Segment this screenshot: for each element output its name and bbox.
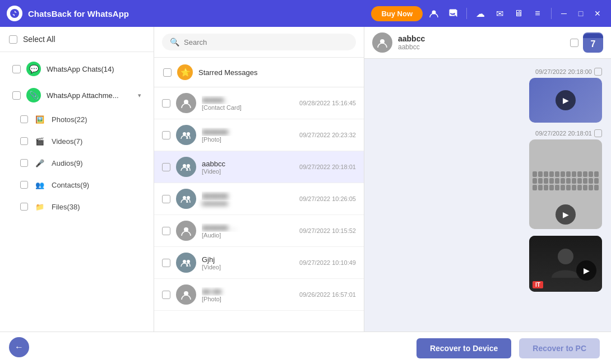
- preview-header: aabbcc aabbcc 7: [364, 27, 611, 59]
- chat-time: 09/27/2022 10:15:52: [299, 227, 356, 234]
- svg-point-3: [183, 132, 186, 136]
- chat-time: 09/26/2022 16:57:01: [299, 291, 356, 298]
- preview-checkbox[interactable]: [570, 39, 578, 47]
- files-checkbox[interactable]: [20, 203, 28, 211]
- search-icon: 🔍: [170, 38, 179, 46]
- chat-item[interactable]: ■■■■■ . [Contact Card] 09/28/2022 15:16:…: [154, 87, 364, 119]
- videos-label: Videos(7): [52, 137, 82, 146]
- chat-item-aabbcc[interactable]: aabbcc [Video] 09/27/2022 20:18:01: [154, 151, 364, 183]
- sidebar-items: 💬 WhatsApp Chats(14) 📎 WhatsApp Attachme…: [0, 52, 154, 364]
- monitor-icon[interactable]: 🖥: [511, 6, 526, 21]
- play-button-1[interactable]: ▶: [556, 90, 576, 110]
- chat-name: aabbcc: [202, 160, 294, 168]
- chat-item[interactable]: ■■■■■■ ... [Audio] 09/27/2022 10:15:52: [154, 215, 364, 247]
- select-all-checkbox[interactable]: [9, 35, 17, 44]
- media-checkbox-2[interactable]: [594, 129, 602, 137]
- timestamp-text-1: 09/27/2022 20:18:00: [535, 68, 592, 75]
- media-checkbox-1[interactable]: [594, 68, 602, 76]
- content-area: Select All 💬 WhatsApp Chats(14) 📎 WhatsA…: [0, 27, 611, 364]
- chats-checkbox[interactable]: [12, 65, 21, 73]
- cloud-icon[interactable]: ☁: [473, 6, 488, 21]
- keyboard-thumb: ▶: [529, 139, 602, 229]
- svg-point-11: [187, 260, 190, 263]
- sub-items: 🖼️ Photos(22) 🎬 Videos(7) 🎤 Audios(9): [0, 109, 154, 217]
- sidebar-item-contacts[interactable]: 👥 Contacts(9): [15, 174, 150, 195]
- chat-checkbox[interactable]: [162, 291, 170, 299]
- calendar-badge: 7: [583, 32, 603, 53]
- chat-checkbox[interactable]: [162, 227, 170, 235]
- chat-item[interactable]: ■■ ■■ [Photo] 09/26/2022 16:57:01: [154, 279, 364, 311]
- svg-point-7: [183, 196, 186, 199]
- starred-icon: ⭐: [177, 64, 193, 80]
- app-logo: [7, 6, 22, 21]
- chat-checkbox[interactable]: [162, 195, 170, 203]
- whatsapp-attachments-label: WhatsApp Attachme...: [47, 91, 119, 100]
- recover-to-device-button[interactable]: Recover to Device: [416, 338, 511, 358]
- buy-now-button[interactable]: Buy Now: [371, 6, 423, 21]
- videos-checkbox[interactable]: [20, 137, 28, 145]
- play-button-3[interactable]: ▶: [576, 260, 596, 281]
- svg-point-10: [183, 260, 186, 263]
- search-input[interactable]: [184, 38, 348, 46]
- chat-time: 09/28/2022 15:16:45: [299, 100, 356, 106]
- svg-point-14: [558, 249, 573, 264]
- media-thumb-1[interactable]: ▶: [529, 78, 602, 123]
- media-thumb-3[interactable]: IT ▶: [529, 236, 602, 292]
- preview-contact-info: aabbcc aabbcc: [398, 34, 425, 51]
- chat-name: ■■ ■■: [202, 287, 294, 296]
- minimize-button[interactable]: ─: [557, 7, 571, 20]
- whatsapp-attachments-icon: 📎: [26, 88, 41, 102]
- photos-checkbox[interactable]: [20, 115, 28, 123]
- video-thumb-blue: ▶: [529, 78, 602, 123]
- chat-time: 09/27/2022 10:26:05: [299, 195, 356, 202]
- sidebar-item-whatsapp-attachments[interactable]: 📎 WhatsApp Attachme... ▾: [3, 82, 150, 108]
- sidebar-item-photos[interactable]: 🖼️ Photos(22): [15, 109, 150, 130]
- recover-to-pc-button[interactable]: Recover to PC: [519, 338, 600, 358]
- chat-checkbox[interactable]: [162, 259, 170, 267]
- sidebar-item-whatsapp-chats[interactable]: 💬 WhatsApp Chats(14): [3, 56, 150, 82]
- chat-time: 09/27/2022 20:23:32: [299, 132, 356, 138]
- sidebar-item-audios[interactable]: 🎤 Audios(9): [15, 152, 150, 174]
- media-thumb-2[interactable]: ▶: [529, 139, 602, 229]
- close-button[interactable]: ✕: [591, 7, 604, 20]
- mail-icon[interactable]: ✉: [492, 6, 507, 21]
- sidebar-item-files[interactable]: 📁 Files(38): [15, 196, 150, 217]
- play-button-2[interactable]: ▶: [556, 204, 576, 225]
- back-button[interactable]: ←: [9, 337, 29, 357]
- avatar: [176, 253, 196, 273]
- chat-name: ■■■■■ .: [202, 96, 294, 104]
- chat-list: ■■■■■ . [Contact Card] 09/28/2022 15:16:…: [154, 87, 364, 364]
- media-item-2: 09/27/2022 20:18:01: [529, 129, 602, 229]
- app-window: ChatsBack for WhatsApp Buy Now ☁ ✉ 🖥 ≡ ─…: [0, 0, 611, 364]
- avatar: [176, 189, 196, 209]
- preview-contact-name: aabbcc: [398, 34, 425, 43]
- files-icon: 📁: [34, 200, 46, 213]
- chat-item[interactable]: ■■■■■■ ■■■■■■■ 09/27/2022 10:26:05: [154, 183, 364, 215]
- chat-info: ■■ ■■ [Photo]: [202, 287, 294, 302]
- starred-checkbox[interactable]: [163, 68, 172, 77]
- sidebar-header: Select All: [0, 27, 154, 52]
- media-timestamp-1: 09/27/2022 20:18:00: [535, 68, 602, 76]
- discord-icon[interactable]: [445, 6, 461, 21]
- starred-messages-row[interactable]: ⭐ Starred Messages: [154, 58, 364, 87]
- audios-checkbox[interactable]: [20, 159, 28, 167]
- select-all-label[interactable]: Select All: [23, 35, 55, 44]
- chat-item[interactable]: ■■■■■■ [Photo] 09/27/2022 20:23:32: [154, 119, 364, 151]
- chat-checkbox[interactable]: [162, 131, 170, 139]
- chat-sub: ■■■■■■■: [202, 200, 294, 207]
- preview-header-right: 7: [570, 32, 603, 53]
- avatar: [176, 93, 196, 113]
- maximize-button[interactable]: □: [574, 7, 587, 20]
- bottom-bar: ← Recover to Device Recover to PC: [0, 332, 611, 364]
- sidebar-item-videos[interactable]: 🎬 Videos(7): [15, 130, 150, 152]
- chat-checkbox[interactable]: [162, 163, 170, 171]
- chat-checkbox[interactable]: [162, 99, 170, 108]
- user-icon[interactable]: [426, 6, 442, 21]
- attachments-checkbox[interactable]: [12, 91, 21, 100]
- menu-icon[interactable]: ≡: [530, 6, 545, 21]
- svg-point-4: [187, 132, 190, 136]
- chat-item-gjhj[interactable]: Gjhj [Video] 09/27/2022 10:10:49: [154, 247, 364, 279]
- sidebar: Select All 💬 WhatsApp Chats(14) 📎 WhatsA…: [0, 27, 154, 364]
- contacts-checkbox[interactable]: [20, 181, 28, 189]
- attachments-chevron: ▾: [138, 92, 141, 99]
